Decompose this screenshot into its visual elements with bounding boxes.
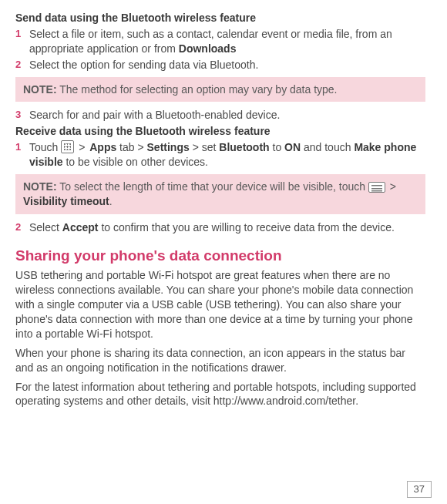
step-3: 3 Search for and pair with a Bluetooth-e… xyxy=(29,108,425,123)
downloads-label: Downloads xyxy=(179,42,237,55)
body-paragraph: When your phone is sharing its data conn… xyxy=(15,346,425,375)
note-text: The method for selecting an option may v… xyxy=(57,83,338,96)
step-text: Touch xyxy=(29,141,61,153)
note-label: NOTE: xyxy=(23,180,57,193)
send-data-steps: 1 Select a file or item, such as a conta… xyxy=(15,27,425,72)
note-box: NOTE: To select the length of time that … xyxy=(15,174,425,214)
menu-icon xyxy=(368,182,385,193)
receive-data-heading: Receive data using the Bluetooth wireles… xyxy=(15,124,425,139)
receive-data-steps: 1 Touch > Apps tab > Settings > set Blue… xyxy=(15,140,425,170)
bluetooth-label: Bluetooth xyxy=(219,141,269,153)
note-box: NOTE: The method for selecting an option… xyxy=(15,77,425,102)
step-text: > set xyxy=(190,141,220,153)
step-text: to xyxy=(270,141,284,153)
step-text: tab > xyxy=(116,141,146,153)
breadcrumb-sep: > xyxy=(385,180,398,193)
apps-grid-icon xyxy=(61,140,74,153)
step-number: 2 xyxy=(15,58,21,72)
page-number: 37 xyxy=(407,481,432,498)
body-paragraph: USB tethering and portable Wi-Fi hotspot… xyxy=(15,268,425,341)
step-text: Select the option for sending data via B… xyxy=(29,59,258,71)
send-data-heading: Send data using the Bluetooth wireless f… xyxy=(15,11,425,25)
apps-label: Apps xyxy=(89,141,116,153)
step-1: 1 Touch > Apps tab > Settings > set Blue… xyxy=(29,140,425,170)
body-paragraph: For the latest information about tetheri… xyxy=(15,380,425,409)
step-text: and touch xyxy=(301,141,354,153)
visibility-timeout-label: Visibility timeout xyxy=(23,195,109,207)
step-text: Select xyxy=(29,221,62,234)
step-text: to be visible on other devices. xyxy=(63,156,208,168)
note-label: NOTE: xyxy=(23,83,57,96)
sharing-heading: Sharing your phone's data connection xyxy=(15,246,425,266)
on-label: ON xyxy=(284,141,301,153)
note-text: To select the length of time that your d… xyxy=(57,180,368,193)
step-1: 1 Select a file or item, such as a conta… xyxy=(29,27,425,56)
step-number: 3 xyxy=(15,108,21,122)
step-number: 1 xyxy=(15,140,21,154)
step-2: 2 Select Accept to confirm that you are … xyxy=(29,220,425,235)
step-number: 2 xyxy=(15,220,21,234)
settings-label: Settings xyxy=(147,141,190,153)
step-text: Search for and pair with a Bluetooth-ena… xyxy=(29,109,280,121)
step-2: 2 Select the option for sending data via… xyxy=(29,58,425,72)
step-number: 1 xyxy=(15,27,21,41)
note-text: . xyxy=(109,195,113,207)
send-data-steps-cont: 3 Search for and pair with a Bluetooth-e… xyxy=(15,108,425,123)
step-text: to confirm that you are willing to recei… xyxy=(99,221,395,234)
breadcrumb-sep: > xyxy=(74,141,89,153)
accept-label: Accept xyxy=(62,221,99,234)
receive-data-steps-cont: 2 Select Accept to confirm that you are … xyxy=(15,220,425,235)
